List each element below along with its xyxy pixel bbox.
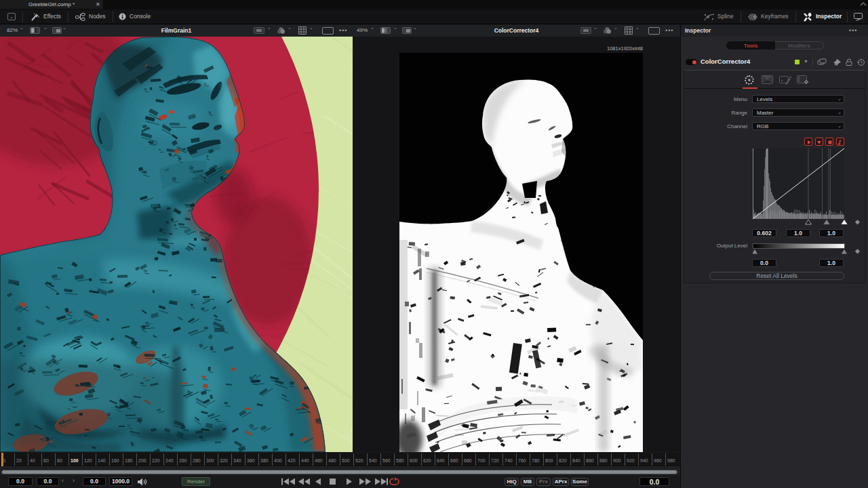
svg-text:280: 280 [193, 458, 201, 463]
svg-text:520: 520 [355, 458, 363, 463]
svg-text:100: 100 [71, 458, 79, 463]
svg-text:260: 260 [179, 458, 187, 463]
svg-text:680: 680 [464, 458, 472, 463]
svg-text:660: 660 [450, 458, 458, 463]
svg-text:860: 860 [586, 458, 594, 463]
svg-text:120: 120 [84, 458, 92, 463]
svg-text:80: 80 [57, 458, 62, 463]
svg-text:920: 920 [627, 458, 635, 463]
svg-text:140: 140 [98, 458, 106, 463]
svg-text:240: 240 [165, 458, 174, 463]
svg-text:400: 400 [274, 458, 282, 463]
svg-text:760: 760 [518, 458, 526, 463]
svg-text:800: 800 [545, 458, 553, 463]
svg-text:540: 540 [369, 458, 377, 463]
svg-text:840: 840 [572, 458, 580, 463]
svg-text:40: 40 [30, 458, 35, 463]
svg-text:300: 300 [206, 458, 214, 463]
svg-text:560: 560 [382, 458, 391, 463]
svg-text:960: 960 [654, 458, 662, 463]
svg-text:740: 740 [505, 458, 513, 463]
svg-text:600: 600 [410, 458, 418, 463]
svg-text:620: 620 [423, 458, 431, 463]
svg-text:60: 60 [43, 458, 49, 463]
svg-text:180: 180 [125, 458, 133, 463]
svg-text:780: 780 [532, 458, 540, 463]
svg-text:380: 380 [260, 458, 269, 463]
svg-text:340: 340 [233, 458, 241, 463]
svg-text:480: 480 [328, 458, 336, 463]
svg-text:720: 720 [491, 458, 499, 463]
svg-text:20: 20 [16, 458, 22, 463]
svg-text:940: 940 [640, 458, 648, 463]
svg-text:160: 160 [111, 458, 119, 463]
svg-text:360: 360 [247, 458, 255, 463]
svg-text:820: 820 [559, 458, 567, 463]
svg-text:500: 500 [342, 458, 350, 463]
svg-text:220: 220 [152, 458, 160, 463]
svg-text:980: 980 [667, 458, 675, 463]
svg-text:320: 320 [220, 458, 228, 463]
svg-text:900: 900 [613, 458, 621, 463]
svg-text:700: 700 [477, 458, 486, 463]
svg-text:200: 200 [138, 458, 146, 463]
svg-text:880: 880 [599, 458, 608, 463]
svg-text:640: 640 [437, 458, 445, 463]
svg-text:440: 440 [301, 458, 309, 463]
svg-text:460: 460 [315, 458, 323, 463]
svg-text:420: 420 [288, 458, 296, 463]
svg-text:580: 580 [396, 458, 404, 463]
